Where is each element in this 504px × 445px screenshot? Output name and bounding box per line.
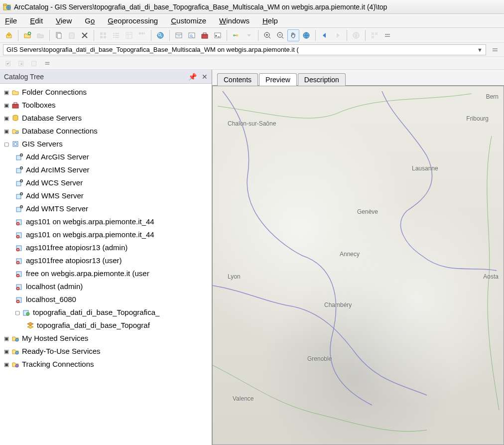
create-thumbnail-button bbox=[369, 29, 380, 41]
disconnect-folder-button bbox=[34, 29, 46, 41]
zoom-out-button[interactable] bbox=[274, 29, 286, 41]
svg-point-73 bbox=[26, 312, 29, 315]
menu-view[interactable]: View bbox=[56, 16, 72, 25]
svg-rect-18 bbox=[139, 32, 141, 34]
location-input[interactable]: GIS Servers\topografia_dati_di_base_Topo… bbox=[3, 44, 486, 55]
menu-help[interactable]: Help bbox=[262, 16, 278, 25]
up-one-level-button[interactable] bbox=[3, 29, 15, 41]
svg-point-76 bbox=[15, 364, 18, 367]
svg-point-29 bbox=[233, 34, 235, 36]
map-label-fribourg: Fribourg bbox=[466, 115, 489, 122]
svg-rect-14 bbox=[115, 35, 119, 36]
svg-rect-54 bbox=[16, 194, 21, 199]
tree-add-wcs-server[interactable]: Add WCS Server bbox=[0, 176, 212, 189]
svg-rect-38 bbox=[372, 36, 374, 38]
catalog-tree-body[interactable]: ▣Folder Connections ▣Toolboxes ▣Database… bbox=[0, 84, 212, 445]
svg-rect-1 bbox=[3, 4, 6, 5]
metadata-toolbar bbox=[0, 57, 504, 70]
paste-button bbox=[66, 29, 78, 41]
menu-go[interactable]: Go bbox=[85, 16, 95, 25]
model-builder-dropdown bbox=[243, 29, 255, 41]
zoom-in-button[interactable] bbox=[261, 29, 273, 41]
map-preview[interactable]: Chalon-sur-Saône Fribourg Bern Lausanne … bbox=[212, 86, 504, 445]
python-window-button[interactable] bbox=[212, 29, 224, 41]
model-builder-button[interactable] bbox=[230, 29, 242, 41]
catalog-tree-pane: Catalog Tree 📌 ✕ ▣Folder Connections ▣To… bbox=[0, 70, 212, 445]
tree-add-arcgis-server[interactable]: Add ArcGIS Server bbox=[0, 150, 212, 163]
tree-add-arcims-server[interactable]: Add ArcIMS Server bbox=[0, 163, 212, 176]
svg-rect-16 bbox=[115, 37, 119, 38]
svg-rect-20 bbox=[144, 32, 145, 34]
menu-customize[interactable]: Customize bbox=[171, 16, 206, 25]
metadata-overflow[interactable] bbox=[42, 58, 53, 69]
content-pane: Contents Preview Description Chalon-sur-… bbox=[212, 70, 504, 445]
pin-icon[interactable]: 📌 bbox=[188, 73, 197, 81]
location-overflow[interactable] bbox=[489, 44, 501, 56]
svg-rect-50 bbox=[16, 168, 21, 173]
svg-rect-13 bbox=[113, 35, 115, 36]
svg-rect-56 bbox=[16, 207, 21, 212]
tree-ags101-1[interactable]: ags101 on webgis.arpa.piemonte.it_44 bbox=[0, 215, 212, 228]
svg-text:i: i bbox=[356, 33, 357, 38]
catalog-window-button[interactable] bbox=[173, 29, 185, 41]
svg-rect-37 bbox=[375, 32, 378, 35]
svg-rect-19 bbox=[141, 32, 143, 34]
tree-database-servers[interactable]: ▣Database Servers bbox=[0, 112, 212, 125]
tree-gis-servers[interactable]: ▢GIS Servers bbox=[0, 138, 212, 150]
tree-my-hosted[interactable]: ▣My Hosted Services bbox=[0, 332, 212, 345]
tree-ags101free-user[interactable]: ags101free atopiosr13 (user) bbox=[0, 254, 212, 267]
menu-bar: File Edit View Go Geoprocessing Customiz… bbox=[0, 14, 504, 28]
svg-rect-41 bbox=[32, 61, 36, 66]
delete-button[interactable] bbox=[79, 29, 91, 41]
tree-free-webgis[interactable]: free on webgis.arpa.piemonte.it (user bbox=[0, 267, 212, 280]
pan-button[interactable] bbox=[287, 29, 299, 41]
svg-point-45 bbox=[15, 132, 18, 134]
menu-geoprocessing[interactable]: Geoprocessing bbox=[108, 16, 158, 25]
tree-topografia-layer[interactable]: topografia_dati_di_base_Topograf bbox=[0, 319, 212, 332]
tree-folder-connections[interactable]: ▣Folder Connections bbox=[0, 86, 212, 99]
svg-rect-17 bbox=[126, 32, 132, 38]
svg-rect-30 bbox=[236, 34, 238, 36]
app-icon bbox=[3, 3, 11, 11]
tree-database-connections[interactable]: ▣Database Connections bbox=[0, 125, 212, 138]
menu-edit[interactable]: Edit bbox=[30, 16, 43, 25]
tree-ags101-2[interactable]: ags101 on webgis.arpa.piemonte.it_44 bbox=[0, 228, 212, 241]
svg-rect-52 bbox=[16, 181, 21, 186]
svg-rect-5 bbox=[57, 33, 61, 38]
forward-button bbox=[332, 29, 344, 41]
tree-add-wms-server[interactable]: Add WMS Server bbox=[0, 189, 212, 202]
toolbar-overflow[interactable] bbox=[381, 29, 393, 41]
svg-rect-12 bbox=[115, 33, 119, 34]
content-tabs: Contents Preview Description bbox=[212, 70, 504, 86]
tab-contents[interactable]: Contents bbox=[217, 73, 258, 86]
tree-toolboxes[interactable]: ▣Toolboxes bbox=[0, 99, 212, 112]
copy-button[interactable] bbox=[53, 29, 65, 41]
toolbox-window-button[interactable] bbox=[199, 29, 211, 41]
show-catalog-button[interactable] bbox=[154, 29, 166, 41]
back-button[interactable] bbox=[319, 29, 331, 41]
tree-ready-to-use[interactable]: ▣Ready-To-Use Services bbox=[0, 345, 212, 358]
tree-tracking[interactable]: ▣Tracking Connections bbox=[0, 358, 212, 371]
close-pane-icon[interactable]: ✕ bbox=[202, 73, 208, 81]
menu-windows[interactable]: Windows bbox=[219, 16, 250, 25]
svg-rect-36 bbox=[372, 32, 374, 35]
tab-preview[interactable]: Preview bbox=[259, 73, 297, 86]
map-label-grenoble: Grenoble bbox=[307, 355, 332, 362]
export-metadata-button bbox=[16, 58, 27, 69]
window-title: ArcCatalog - GIS Servers\topografia_dati… bbox=[14, 3, 387, 11]
map-label-annecy: Annecy bbox=[340, 251, 360, 258]
tree-ags101free-admin[interactable]: ags101free atopiosr13 (admin) bbox=[0, 241, 212, 254]
tab-description[interactable]: Description bbox=[298, 73, 346, 86]
tree-add-wmts-server[interactable]: Add WMTS Server bbox=[0, 202, 212, 215]
tree-localhost-6080[interactable]: localhost_6080 bbox=[0, 293, 212, 306]
tree-localhost-admin[interactable]: localhost (admin) bbox=[0, 280, 212, 293]
connect-folder-button[interactable] bbox=[21, 29, 33, 41]
search-window-button[interactable] bbox=[186, 29, 198, 41]
workspace: Catalog Tree 📌 ✕ ▣Folder Connections ▣To… bbox=[0, 70, 504, 445]
menu-file[interactable]: File bbox=[5, 16, 17, 25]
svg-point-74 bbox=[15, 338, 18, 341]
location-bar: GIS Servers\topografia_dati_di_base_Topo… bbox=[0, 43, 504, 57]
tree-topografia-conn[interactable]: ▢topografia_dati_di_base_Topografica_ bbox=[0, 306, 212, 319]
full-extent-button[interactable] bbox=[300, 29, 312, 41]
location-dropdown-icon[interactable]: ▼ bbox=[477, 47, 483, 53]
